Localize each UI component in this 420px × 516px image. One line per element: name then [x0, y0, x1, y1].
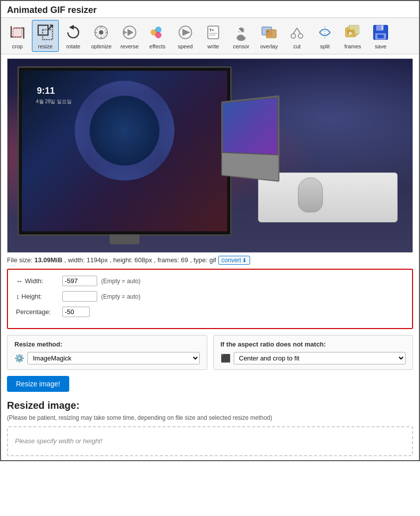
toolbar-item-cut[interactable]: cut: [283, 20, 310, 52]
svg-line-3: [48, 25, 52, 30]
file-frames-value: 69: [181, 256, 188, 264]
height-row: ↕ Height: (Empty = auto): [16, 291, 404, 302]
resize-button-label: Resize image!: [16, 380, 60, 388]
gif-preview: 9:11 4월 28일 일요일: [7, 58, 413, 253]
result-box: Please specify width or height!: [7, 426, 413, 456]
app-container: Animated GIF resizer crop: [0, 0, 420, 461]
toolbar-item-reverse[interactable]: reverse: [116, 20, 143, 52]
resize-method-label: Resize method:: [14, 341, 200, 348]
file-height-label: , height:: [110, 256, 135, 264]
aspect-ratio-select[interactable]: Center and crop to fit Stretch to fit Ad…: [234, 352, 406, 364]
toolbar-item-save[interactable]: save: [367, 20, 394, 52]
resize-method-inner: ⚙️ ImageMagick FFmpeg GIMP: [14, 352, 200, 364]
svg-point-15: [155, 26, 161, 33]
reverse-icon: [120, 22, 140, 42]
resize-image-button[interactable]: Resize image!: [7, 376, 69, 392]
svg-line-34: [293, 28, 297, 34]
file-height-value: 608px: [135, 256, 152, 264]
toolbar-item-rotate[interactable]: rotate: [60, 20, 87, 52]
toolbar-item-split[interactable]: split: [311, 20, 338, 52]
convert-down-icon: ⬇: [242, 257, 247, 264]
optimize-icon: [91, 22, 111, 42]
laptop-screen: [222, 97, 279, 156]
height-hint: (Empty = auto): [101, 293, 140, 300]
crop-icon: [7, 22, 27, 42]
cut-icon: [287, 22, 307, 42]
aspect-ratio-box: If the aspect ratio does not match: ⬛ Ce…: [213, 335, 414, 370]
write-icon: T+: [203, 22, 223, 42]
svg-marker-12: [128, 29, 133, 36]
svg-rect-0: [13, 28, 22, 37]
toolbar-item-resize[interactable]: resize: [32, 20, 59, 52]
toolbar-item-speed[interactable]: speed: [172, 20, 199, 52]
convert-label: convert: [222, 257, 241, 264]
toolbar-item-crop[interactable]: crop: [4, 20, 31, 52]
resize-method-box: Resize method: ⚙️ ImageMagick FFmpeg GIM…: [7, 335, 207, 370]
svg-marker-18: [183, 29, 190, 36]
toolbar-label-cut: cut: [293, 43, 301, 49]
file-frames-label: , frames:: [154, 256, 181, 264]
toolbar-label-censor: censor: [233, 43, 249, 49]
width-hint: (Empty = auto): [101, 278, 140, 285]
toolbar-label-reverse: reverse: [121, 43, 139, 49]
svg-line-35: [297, 28, 300, 34]
overlay-icon: [259, 22, 279, 42]
toolbar: crop resize rotate: [1, 17, 419, 54]
convert-button[interactable]: convert ⬇: [218, 256, 250, 265]
resized-title: Resized image:: [7, 400, 413, 411]
toolbar-label-resize: resize: [38, 43, 52, 49]
save-icon: [371, 22, 391, 42]
gif-preview-inner: 9:11 4월 28일 일요일: [7, 59, 413, 252]
laptop-shape: [221, 95, 280, 181]
file-type-label: , type:: [190, 256, 209, 264]
height-label: ↕ Height:: [16, 293, 58, 301]
rotate-icon: [63, 22, 83, 42]
svg-rect-44: [382, 25, 384, 30]
width-arrow-icon: ↔: [16, 277, 23, 285]
file-size-label: File size:: [7, 256, 34, 264]
width-input[interactable]: [62, 276, 97, 286]
monitor-stand: [110, 234, 140, 244]
result-placeholder: Please specify width or height!: [15, 437, 103, 445]
toolbar-item-frames[interactable]: frames: [339, 20, 366, 52]
file-type-value: gif: [209, 256, 216, 264]
mouse-shape: [298, 177, 323, 212]
toolbar-label-rotate: rotate: [66, 43, 80, 49]
percentage-input[interactable]: [62, 307, 90, 317]
monitor-time: 9:11: [37, 86, 55, 96]
toolbar-label-optimize: optimize: [91, 43, 112, 49]
svg-point-31: [267, 30, 269, 32]
imagemagick-icon: ⚙️: [14, 353, 24, 363]
aspect-ratio-icon: ⬛: [221, 353, 231, 363]
censor-icon: [231, 22, 251, 42]
monitor-date: 4월 28일 일요일: [36, 98, 72, 105]
effects-icon: [147, 22, 167, 42]
toolbar-item-overlay[interactable]: overlay: [256, 20, 282, 52]
speed-icon: [175, 22, 195, 42]
svg-point-16: [155, 32, 161, 38]
aspect-ratio-inner: ⬛ Center and crop to fit Stretch to fit …: [221, 352, 406, 364]
aspect-ratio-label: If the aspect ratio does not match:: [221, 341, 406, 348]
toolbar-label-split: split: [320, 43, 330, 49]
monitor-screen: 9:11 4월 28일 일요일: [22, 71, 227, 231]
main-content: 9:11 4월 28일 일요일 File size: 13.09MiB , wi…: [1, 54, 419, 460]
percentage-label: Percentage:: [16, 308, 58, 316]
resize-method-select[interactable]: ImageMagick FFmpeg GIMP: [27, 352, 200, 364]
resize-icon: [35, 22, 55, 42]
file-size-value: 13.09MiB: [34, 256, 62, 264]
svg-point-33: [298, 34, 303, 38]
svg-text:T+: T+: [209, 28, 214, 32]
percentage-row: Percentage:: [16, 307, 404, 317]
height-input[interactable]: [62, 291, 97, 302]
monitor-circle: [75, 81, 174, 180]
width-row: ↔ Width: (Empty = auto): [16, 276, 404, 286]
monitor-shape: 9:11 4월 28일 일요일: [17, 66, 232, 236]
toolbar-label-crop: crop: [12, 43, 22, 49]
toolbar-item-optimize[interactable]: optimize: [88, 20, 115, 52]
toolbar-item-write[interactable]: T+ write: [200, 20, 227, 52]
toolbar-label-frames: frames: [344, 43, 361, 49]
toolbar-label-overlay: overlay: [260, 43, 278, 49]
toolbar-item-effects[interactable]: effects: [144, 20, 171, 52]
toolbar-item-censor[interactable]: censor: [228, 20, 255, 52]
file-info: File size: 13.09MiB , width: 1194px , he…: [7, 256, 413, 265]
